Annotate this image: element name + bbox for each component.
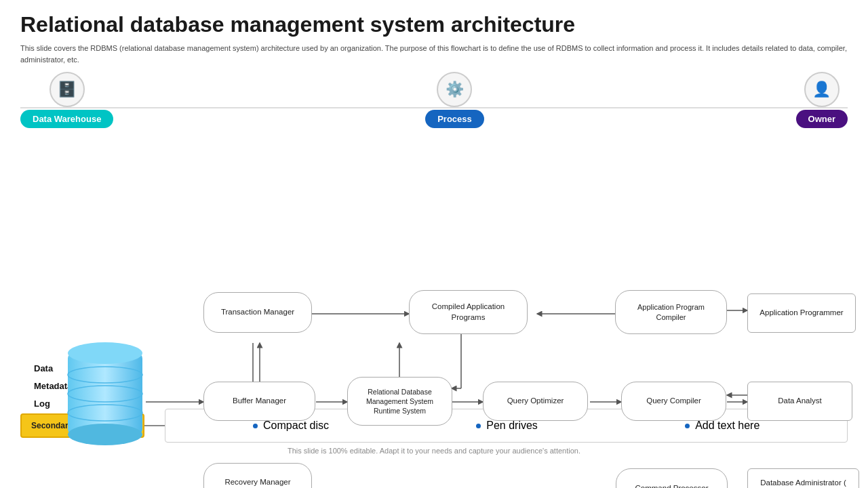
bullet-2 <box>476 424 481 428</box>
bottom-item-3-text: Add text here <box>695 420 760 432</box>
bullet-3 <box>685 424 690 428</box>
bottom-item-1: Compact disc <box>253 420 329 432</box>
subtitle-text: This slide covers the RDBMS (relational … <box>20 43 848 65</box>
query-optimizer-box: Query Optimizer <box>483 382 588 421</box>
db-cylinder <box>61 333 149 448</box>
buffer-manager-box: Buffer Manager <box>203 382 315 421</box>
recovery-manager-box: Recovery Manager <box>203 463 312 488</box>
compiled-app-box: Compiled Application Programs <box>409 290 528 334</box>
rdbms-runtime-box: Relational Database Management System Ru… <box>347 377 452 426</box>
bottom-item-1-text: Compact disc <box>263 420 329 432</box>
transaction-manager-box: Transaction Manager <box>203 292 312 333</box>
data-warehouse-header: 🗄️ Data Warehouse <box>20 72 113 128</box>
data-analyst-box: Data Analyst <box>747 382 852 421</box>
svg-point-22 <box>68 342 142 364</box>
dba-box: Database Administrator ( DBA) <box>747 468 859 488</box>
page-title: Relational database management system ar… <box>20 12 848 37</box>
data-warehouse-icon: 🗄️ <box>50 72 85 107</box>
svg-rect-21 <box>68 353 142 434</box>
diagram-area: Data Metadata Log Tran <box>20 136 848 407</box>
application-programmer-box: Application Programmer <box>747 293 856 333</box>
owner-icon: 👤 <box>804 72 840 107</box>
query-compiler-box: Query Compiler <box>621 382 726 421</box>
bottom-item-2: Pen drives <box>476 420 538 432</box>
top-header: 🗄️ Data Warehouse ⚙️ Process 👤 Owner <box>20 72 848 128</box>
process-label: Process <box>425 110 484 128</box>
data-warehouse-label: Data Warehouse <box>20 110 113 128</box>
svg-point-26 <box>68 424 142 445</box>
owner-header: 👤 Owner <box>796 72 848 128</box>
app-program-compiler-box: Application Program Compiler <box>615 290 727 334</box>
bottom-item-3: Add text here <box>685 420 760 432</box>
process-header: ⚙️ Process <box>425 72 484 128</box>
bottom-item-2-text: Pen drives <box>486 420 538 432</box>
command-processor-box: Command Processor <box>616 468 728 488</box>
bullet-1 <box>253 424 258 428</box>
process-icon: ⚙️ <box>437 72 472 107</box>
owner-label: Owner <box>796 110 848 128</box>
